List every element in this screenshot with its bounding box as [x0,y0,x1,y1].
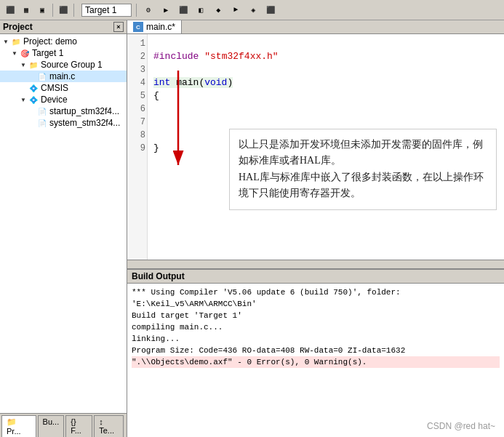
target-dropdown[interactable]: Target 1 [81,4,132,17]
tree-arrow-source-group1: ▼ [19,60,28,69]
tree-item-system[interactable]: 📄 system_stm32f4... [0,117,127,129]
left-panel: Project × ▼ 📁 Project: demo ▼ 🎯 Target 1… [0,20,127,437]
code-tab-bar: C main.c* [127,20,504,34]
code-tab-icon: C [133,22,143,32]
annotation-text: 以上只是添加开发环境但未添加开发需要的固件库，例如标准库或者HAL库。HAL库与… [239,139,484,199]
tree-arrow-device: ▼ [19,95,28,104]
toolbar-btn-6[interactable]: ▶ [159,3,173,17]
tab-functions[interactable]: {} F... [65,415,92,437]
code-line-6 [153,116,159,127]
system-label: system_stm32f4... [49,118,120,128]
toolbar-btn-3[interactable]: ▣ [35,3,49,17]
target-dropdown-label: Target 1 [85,5,116,15]
toolbar-separator-3 [136,4,137,17]
build-line-1: *** Using Compiler 'V5.06 update 6 (buil… [132,286,500,310]
right-panel: C main.c* 1 2 3 4 5 6 7 8 9 #include "st… [127,20,504,437]
cmsis-icon: 💠 [28,83,39,93]
code-line-9 [153,156,159,167]
code-line-4: { [153,90,159,101]
panel-header: Project × [0,20,127,34]
system-file-icon: 📄 [36,118,48,128]
tree-item-source-group1[interactable]: ▼ 📁 Source Group 1 [0,59,127,71]
tab-templates[interactable]: ↕ Te... [94,415,124,437]
csdn-watermark-text: CSDN @red hat~ [427,421,495,431]
toolbar-btn-8[interactable]: ◧ [193,3,208,17]
bottom-tab-bar: 📁 Pr... Bu... {} F... ↕ Te... [0,413,127,437]
code-line-1: #include "stm32f4xx.h" [153,51,279,62]
device-label: Device [41,95,68,105]
csdn-watermark: CSDN @red hat~ [427,421,495,431]
toolbar-btn-2[interactable]: ▦ [19,3,33,17]
main-c-label: main.c [49,71,75,81]
build-output-header: Build Output [127,270,504,284]
tree-item-main-c[interactable]: 📄 main.c [0,71,127,82]
toolbar-btn-1[interactable]: ⬛ [3,3,17,17]
build-line-5: Program Size: Code=436 RO-data=408 RW-da… [132,345,500,356]
build-line-6: ".\\Objects\demo.axf" - 0 Error(s), 0 Wa… [132,356,500,368]
code-line-5 [153,103,159,114]
file-c-icon: 📄 [36,71,48,81]
startup-file-icon: 📄 [36,106,48,116]
toolbar-btn-12[interactable]: ⬛ [263,3,278,17]
project-tree: ▼ 📁 Project: demo ▼ 🎯 Target 1 ▼ 📁 Sourc… [0,34,127,413]
main-layout: Project × ▼ 📁 Project: demo ▼ 🎯 Target 1… [0,20,504,437]
tab-build[interactable]: Bu... [38,415,65,437]
tree-arrow-cmsis [19,84,28,92]
panel-title: Project [3,22,33,32]
code-tab-main-c[interactable]: C main.c* [127,20,182,33]
toolbar-icon-group: ⬛ ▦ ▣ ⬛ [3,3,76,17]
target-selector-box: Target 1 [81,4,132,17]
toolbar-btn-11[interactable]: ◈ [246,3,260,17]
toolbar-separator-2 [73,4,74,17]
toolbar-separator-1 [52,4,53,17]
tree-item-cmsis[interactable]: 💠 CMSIS [0,82,127,94]
toolbar: ⬛ ▦ ▣ ⬛ Target 1 ⚙ ▶ ⬛ ◧ ◆ ► ◈ ⬛ [0,0,504,20]
source-group-icon: 📁 [28,60,39,70]
tree-item-target1[interactable]: ▼ 🎯 Target 1 [0,47,127,59]
build-output-title: Build Output [132,271,185,281]
build-output-content[interactable]: *** Using Compiler 'V5.06 update 6 (buil… [127,284,504,370]
tree-item-device[interactable]: ▼ 💠 Device [0,94,127,105]
code-line-8: } [153,143,159,153]
tree-arrow-target1: ▼ [10,49,19,57]
toolbar-btn-4[interactable]: ⬛ [56,3,71,17]
tab-project[interactable]: 📁 Pr... [1,415,36,437]
code-line-7 [153,129,159,140]
toolbar-btn-7[interactable]: ⬛ [176,3,191,17]
toolbar-btn-10[interactable]: ► [228,3,243,17]
project-root-label: Project: demo [23,36,77,47]
source-group1-label: Source Group 1 [41,60,103,70]
code-editor[interactable]: 1 2 3 4 5 6 7 8 9 #include "stm32f4xx.h"… [127,34,504,260]
line-numbers: 1 2 3 4 5 6 7 8 9 [127,34,148,260]
tree-arrow-system [28,119,36,127]
startup-label: startup_stm32f4... [49,106,119,116]
code-tab-label: main.c* [146,22,175,32]
toolbar-btn-5[interactable]: ⚙ [141,3,156,17]
tree-arrow-startup [28,107,36,116]
code-line-2 [153,64,159,75]
build-line-7: Build Time Elapsed: 00:00:02 [132,368,500,370]
device-icon: 💠 [28,95,39,105]
tree-arrow-project-root: ▼ [1,37,10,46]
project-icon: 📁 [10,36,22,47]
build-line-4: linking... [132,333,500,345]
tree-item-project-root[interactable]: ▼ 📁 Project: demo [0,36,127,47]
target-icon: 🎯 [19,48,31,58]
build-line-3: compiling main.c... [132,321,500,333]
tree-item-startup[interactable]: 📄 startup_stm32f4... [0,105,127,117]
cmsis-label: CMSIS [41,83,68,93]
target1-label: Target 1 [32,48,63,58]
toolbar-btn-9[interactable]: ◆ [211,3,225,17]
build-output-panel: Build Output *** Using Compiler 'V5.06 u… [127,268,504,370]
tree-arrow-main-c [28,72,36,81]
annotation-overlay: 以上只是添加开发环境但未添加开发需要的固件库，例如标准库或者HAL库。HAL库与… [229,129,497,210]
build-line-2: Build target 'Target 1' [132,310,500,321]
panel-close-button[interactable]: × [113,22,124,32]
code-line-3: int main(void) [153,77,233,88]
horizontal-scrollbar[interactable] [127,260,504,268]
